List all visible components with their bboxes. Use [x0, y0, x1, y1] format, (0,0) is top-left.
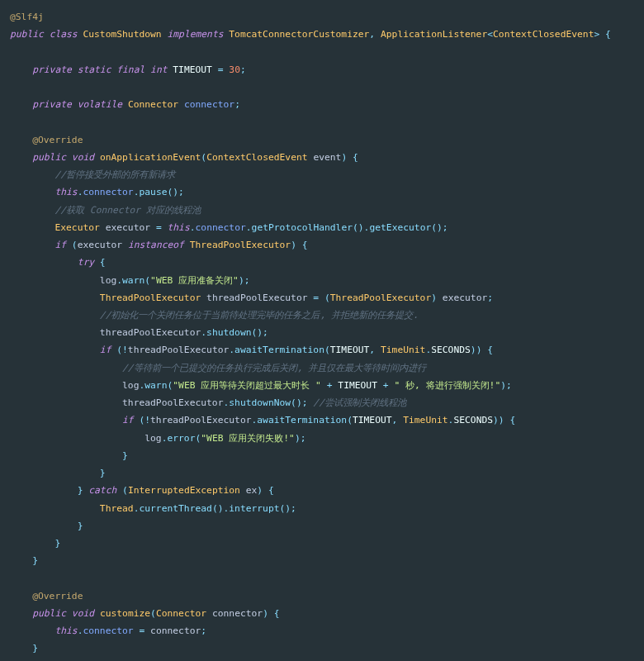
code-block: @Slf4j public class CustomShutdown imple… [0, 0, 644, 661]
annotation-slf4j: @Slf4j [10, 12, 44, 22]
